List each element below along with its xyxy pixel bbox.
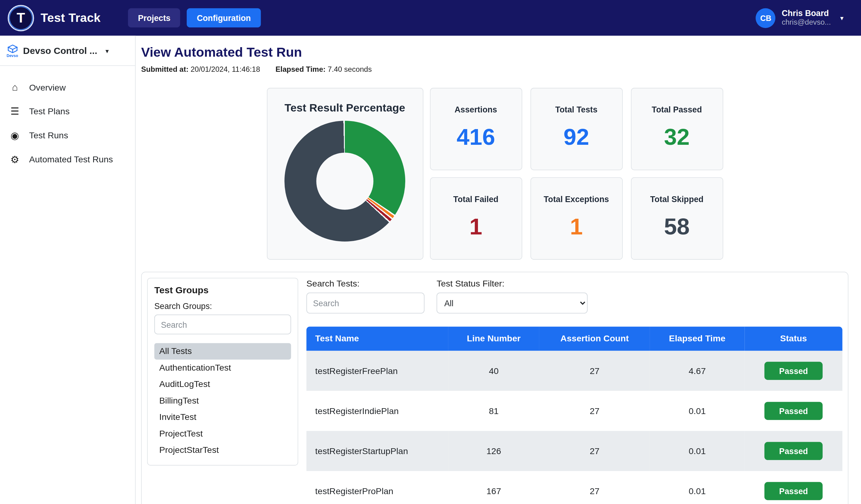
cell-status: Passed xyxy=(745,391,843,431)
test-row: testRegisterProPlan167270.01Passed xyxy=(306,471,842,504)
cell-line-number: 126 xyxy=(448,431,539,471)
stat-label: Total Passed xyxy=(652,105,702,114)
chart-title: Test Result Percentage xyxy=(273,102,417,114)
app-title: Test Track xyxy=(41,11,101,25)
test-result-chart-card: Test Result Percentage xyxy=(266,88,423,260)
run-meta: Submitted at: 20/01/2024, 11:46:18 Elaps… xyxy=(141,65,848,74)
stat-card-total-exceptions: Total Exceptions1 xyxy=(530,178,623,260)
status-filter-select[interactable]: All xyxy=(437,293,588,313)
user-menu[interactable]: CB Chris Board chris@devso... ▾ xyxy=(756,8,844,28)
cell-status: Passed xyxy=(745,351,843,391)
sidebar-item-label: Test Plans xyxy=(29,107,70,116)
test-group-item[interactable]: AuditLogTest xyxy=(154,376,291,392)
cell-assertion-count: 27 xyxy=(539,431,650,471)
test-filters: Search Tests: Test Status Filter: All xyxy=(306,279,842,313)
search-tests-group: Search Tests: xyxy=(306,279,424,313)
main-content: View Automated Test Run Submitted at: 20… xyxy=(136,36,861,504)
user-info: Chris Board chris@devso... xyxy=(782,8,831,27)
stat-value: 1 xyxy=(570,213,583,240)
test-group-item[interactable]: InviteTest xyxy=(154,409,291,425)
stat-card-total-passed: Total Passed32 xyxy=(631,88,723,170)
gear-icon: ⚙ xyxy=(9,154,21,166)
cell-assertion-count: 27 xyxy=(539,351,650,391)
org-selector[interactable]: Devso Devso Control ... ▾ xyxy=(0,36,135,66)
test-group-item[interactable]: AuthenticationTest xyxy=(154,360,291,376)
status-badge[interactable]: Passed xyxy=(764,482,823,500)
stat-value: 1 xyxy=(469,213,482,240)
test-row: testRegisterIndiePlan81270.01Passed xyxy=(306,391,842,431)
stat-value: 92 xyxy=(564,124,589,151)
projects-button[interactable]: Projects xyxy=(128,8,181,27)
stat-card-total-skipped: Total Skipped58 xyxy=(631,178,723,260)
stat-value: 58 xyxy=(664,213,690,240)
cell-status: Passed xyxy=(745,431,843,471)
submitted-at: Submitted at: 20/01/2024, 11:46:18 xyxy=(141,65,260,74)
table-header-row: Test NameLine NumberAssertion CountElaps… xyxy=(306,326,842,351)
list-icon: ☰ xyxy=(9,106,21,117)
test-group-item[interactable]: ProjectTest xyxy=(154,425,291,442)
chevron-down-icon: ▾ xyxy=(840,14,844,22)
status-filter-group: Test Status Filter: All xyxy=(437,279,588,313)
column-header: Test Name xyxy=(306,326,448,351)
cell-elapsed-time: 0.01 xyxy=(650,471,744,504)
column-header: Line Number xyxy=(448,326,539,351)
brand: T Test Track xyxy=(8,5,101,31)
cell-elapsed-time: 4.67 xyxy=(650,351,744,391)
test-group-item[interactable]: All Tests xyxy=(154,343,291,360)
cell-elapsed-time: 0.01 xyxy=(650,431,744,471)
test-group-item[interactable]: ProjectStarTest xyxy=(154,442,291,458)
search-tests-label: Search Tests: xyxy=(306,279,424,289)
stat-label: Total Tests xyxy=(555,105,598,114)
sidebar-item-test-plans[interactable]: ☰Test Plans xyxy=(0,99,135,124)
test-track-logo-icon: T xyxy=(8,5,34,31)
test-groups-title: Test Groups xyxy=(154,285,291,296)
donut-hole xyxy=(316,153,373,209)
stat-cards: Assertions416Total Tests92Total Passed32… xyxy=(429,88,723,260)
column-header: Elapsed Time xyxy=(650,326,744,351)
test-group-item[interactable]: BillingTest xyxy=(154,392,291,409)
status-badge[interactable]: Passed xyxy=(764,362,823,380)
sidebar-item-test-runs[interactable]: ◉Test Runs xyxy=(0,124,135,148)
search-groups-label: Search Groups: xyxy=(154,301,291,310)
result-donut-chart xyxy=(284,121,405,241)
stats-row: Test Result Percentage Assertions416Tota… xyxy=(141,88,848,260)
user-email: chris@devso... xyxy=(782,18,831,28)
devso-logo-icon: Devso xyxy=(6,44,18,58)
top-navbar: T Test Track Projects Configuration CB C… xyxy=(0,0,861,36)
submitted-value: 20/01/2024, 11:46:18 xyxy=(190,65,260,74)
status-badge[interactable]: Passed xyxy=(764,402,823,420)
cell-name: testRegisterIndiePlan xyxy=(306,391,448,431)
cell-elapsed-time: 0.01 xyxy=(650,391,744,431)
cell-assertion-count: 27 xyxy=(539,471,650,504)
column-header: Assertion Count xyxy=(539,326,650,351)
test-row: testRegisterStartupPlan126270.01Passed xyxy=(306,431,842,471)
app-root: T Test Track Projects Configuration CB C… xyxy=(0,0,861,504)
test-group-list: All TestsAuthenticationTestAuditLogTestB… xyxy=(154,343,291,458)
elapsed-time: Elapsed Time: 7.40 seconds xyxy=(275,65,372,74)
cell-name: testRegisterProPlan xyxy=(306,471,448,504)
configuration-button[interactable]: Configuration xyxy=(187,8,261,27)
status-badge[interactable]: Passed xyxy=(764,442,823,460)
stat-card-assertions: Assertions416 xyxy=(429,88,522,170)
stat-value: 416 xyxy=(457,124,495,151)
search-tests-input[interactable] xyxy=(306,293,424,313)
sidebar-item-overview[interactable]: ⌂Overview xyxy=(0,76,135,99)
org-name: Devso Control ... xyxy=(23,46,97,57)
chevron-down-icon: ▾ xyxy=(105,47,109,55)
main-nav: Projects Configuration xyxy=(128,8,261,27)
tests-table: Test NameLine NumberAssertion CountElaps… xyxy=(306,326,842,504)
elapsed-label: Elapsed Time: xyxy=(275,65,326,74)
user-name: Chris Board xyxy=(782,8,831,18)
cell-line-number: 81 xyxy=(448,391,539,431)
sidebar-item-automated-test-runs[interactable]: ⚙Automated Test Runs xyxy=(0,148,135,172)
search-groups-input[interactable] xyxy=(154,314,291,334)
submitted-label: Submitted at: xyxy=(141,65,189,74)
stat-label: Assertions xyxy=(454,105,497,114)
avatar: CB xyxy=(756,8,776,28)
sidebar-item-label: Automated Test Runs xyxy=(29,155,113,165)
page-title: View Automated Test Run xyxy=(141,44,848,60)
cell-status: Passed xyxy=(745,471,843,504)
sidebar-nav: ⌂Overview☰Test Plans◉Test Runs⚙Automated… xyxy=(0,66,135,172)
tests-panel: Search Tests: Test Status Filter: All xyxy=(306,278,842,504)
test-groups-panel: Test Groups Search Groups: All TestsAuth… xyxy=(147,278,298,465)
